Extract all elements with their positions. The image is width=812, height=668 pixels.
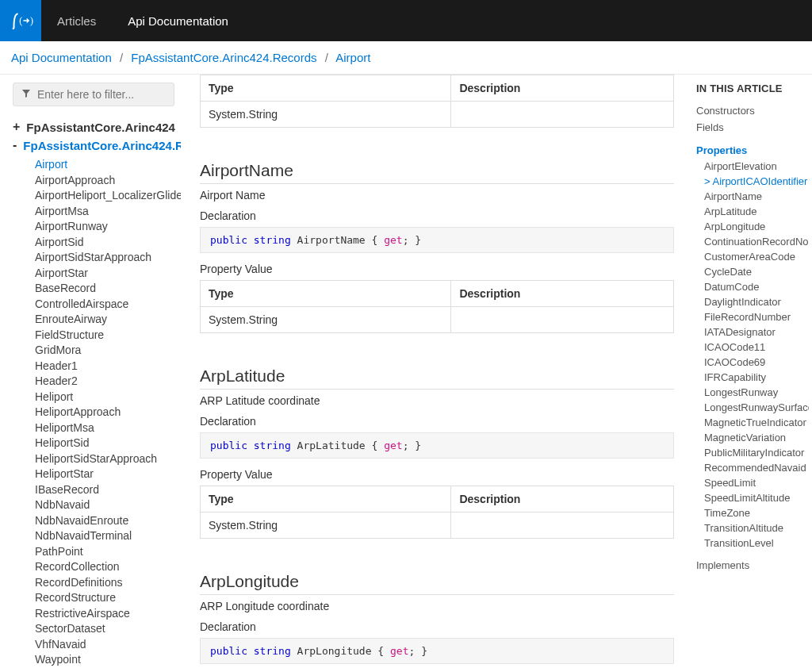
sidebar-item[interactable]: HeliportApproach [35,405,174,420]
right-nav-item[interactable]: LongestRunwaySurfaceCode [696,400,809,415]
sidebar-item[interactable]: AirportSidStarApproach [35,250,174,266]
sidebar-item[interactable]: ControlledAirspace [35,297,174,313]
sidebar-item[interactable]: NdbNavaidTerminal [35,528,174,544]
sidebar-item[interactable]: AirportRunway [35,219,174,235]
nav-api-documentation[interactable]: Api Documentation [112,0,244,41]
property-value-label: Property Value [200,263,674,275]
code-block: public string ArpLongitude { get; } [200,638,674,664]
right-nav-item[interactable]: IATADesignator [696,324,809,340]
th-description: Description [451,486,674,513]
right-nav-section[interactable]: Implements [696,557,809,574]
sidebar-item[interactable]: AirportSid [35,235,174,251]
td-description [451,513,674,539]
namespace-label[interactable]: FpAssistantCore.Arinc424 [26,121,175,134]
property-value-label: Property Value [200,468,674,481]
sidebar: + FpAssistantCore.Arinc424 - FpAssistant… [0,75,181,668]
sidebar-item-list: AirportAirportApproachAirportHeliport_Lo… [35,157,174,668]
sidebar-item[interactable]: BaseRecord [35,281,174,297]
sidebar-item[interactable]: HeliportSid [35,436,174,451]
property-title: AirportName [200,156,674,184]
right-nav-item[interactable]: TransitionLevel [696,536,809,551]
right-nav-item[interactable]: TransitionAltitude [696,520,809,536]
right-nav-item[interactable]: MagneticTrueIndicator [696,415,809,430]
sidebar-item[interactable]: Airport [35,157,174,173]
sidebar-item[interactable]: RestrictiveAirspace [35,606,174,622]
property-section: AirportNameAirport NameDeclarationpublic… [200,156,674,333]
property-value-table: TypeDescriptionSystem.String [200,486,674,539]
nav-articles[interactable]: Articles [41,0,112,41]
breadcrumb-link-2[interactable]: FpAssistantCore.Arinc424.Records [131,51,316,64]
right-nav-item[interactable]: MagneticVariation [696,430,809,445]
sidebar-item[interactable]: GridMora [35,343,174,359]
sidebar-item[interactable]: RecordCollection [35,559,174,575]
property-description: Airport Name [200,189,674,202]
sidebar-item[interactable]: IBaseRecord [35,482,174,498]
sidebar-item[interactable]: NdbNavaid [35,497,174,513]
sidebar-item[interactable]: FieldStructure [35,328,174,344]
sidebar-item[interactable]: AirportApproach [35,173,174,189]
sidebar-item[interactable]: HeliportStar [35,466,174,482]
svg-text:): ) [30,15,33,26]
right-nav-item[interactable]: RecommendedNavaid [696,460,809,475]
right-nav-item[interactable]: IFRCapability [696,370,809,385]
sidebar-item[interactable]: Waypoint [35,652,174,668]
right-nav-item[interactable]: ArpLatitude [696,204,809,219]
breadcrumb-sep: / [120,51,123,64]
right-nav-item[interactable]: ICAOCode11 [696,340,809,355]
right-nav-item[interactable]: LongestRunway [696,385,809,400]
breadcrumb-sep: / [325,51,328,64]
property-value-table: TypeDescriptionSystem.String [200,75,674,128]
declaration-label: Declaration [200,415,674,428]
breadcrumb-link-3[interactable]: Airport [335,51,370,64]
right-nav-item[interactable]: ArpLongitude [696,219,809,234]
filter-box[interactable] [13,83,174,106]
sidebar-item[interactable]: AirportHeliport_LocalizerGlideSlope [35,188,174,204]
logo: ( ) [0,0,41,41]
sidebar-item[interactable]: Header1 [35,359,174,374]
sidebar-item[interactable]: AirportMsa [35,204,174,220]
namespace-row[interactable]: - FpAssistantCore.Arinc424.Records [13,139,174,152]
property-description: ARP Latitude coordinate [200,394,674,407]
filter-icon [21,88,31,101]
property-section: ArpLongitudeARP Longitude coordinateDecl… [200,567,674,668]
sidebar-item[interactable]: Heliport [35,390,174,405]
sidebar-item[interactable]: EnrouteAirway [35,312,174,328]
right-nav-item[interactable]: SpeedLimit [696,475,809,490]
expand-icon[interactable]: + [13,121,20,133]
right-nav-item[interactable]: DatumCode [696,279,809,294]
integral-plane-icon: ( ) [7,7,34,34]
namespace-row[interactable]: + FpAssistantCore.Arinc424 [13,121,174,134]
right-nav-item[interactable]: ICAOCode69 [696,355,809,370]
right-nav-item[interactable]: DaylightIndicator [696,294,809,309]
sidebar-item[interactable]: SectorDataset [35,621,174,637]
sidebar-item[interactable]: HeliportMsa [35,420,174,436]
right-nav-section[interactable]: Fields [696,119,809,136]
breadcrumb-link-1[interactable]: Api Documentation [11,51,112,64]
sidebar-item[interactable]: RecordStructure [35,590,174,606]
right-nav-item[interactable]: TimeZone [696,505,809,520]
right-nav-item[interactable]: SpeedLimitAltitude [696,490,809,505]
right-nav-item[interactable]: AirportICAOIdentifier [696,174,809,189]
right-nav-section[interactable]: Properties [693,142,809,159]
right-nav-item[interactable]: CycleDate [696,264,809,279]
namespace-label[interactable]: FpAssistantCore.Arinc424.Records [23,139,181,152]
right-nav-item[interactable]: FileRecordNumber [696,309,809,324]
right-nav-item[interactable]: ContinuationRecordNo [696,234,809,249]
right-nav-item[interactable]: AirportName [696,189,809,204]
right-nav-item[interactable]: CustomerAreaCode [696,249,809,264]
td-description [451,307,674,333]
property-description: ARP Longitude coordinate [200,600,674,612]
sidebar-item[interactable]: HeliportSidStarApproach [35,451,174,467]
right-nav-item[interactable]: PublicMilitaryIndicator [696,445,809,460]
sidebar-item[interactable]: PathPoint [35,544,174,560]
right-nav-section[interactable]: Constructors [696,102,809,119]
filter-input[interactable] [37,88,176,101]
sidebar-item[interactable]: RecordDefinitions [35,575,174,591]
collapse-icon[interactable]: - [13,139,17,152]
sidebar-item[interactable]: NdbNavaidEnroute [35,513,174,529]
breadcrumb: Api Documentation / FpAssistantCore.Arin… [0,41,812,75]
sidebar-item[interactable]: VhfNavaid [35,637,174,653]
right-nav-item[interactable]: AirportElevation [696,159,809,174]
sidebar-item[interactable]: Header2 [35,374,174,390]
sidebar-item[interactable]: AirportStar [35,266,174,282]
